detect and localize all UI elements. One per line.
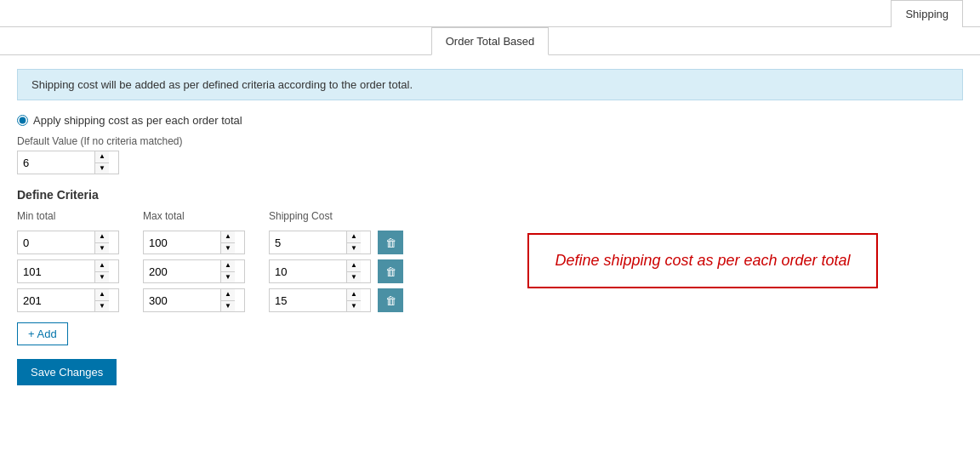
default-value-label: Default Value (If no criteria matched) [17,135,408,147]
min-input-2[interactable] [18,289,94,311]
shipping-down-2[interactable]: ▼ [347,301,361,312]
max-down-0[interactable]: ▼ [221,243,235,254]
min-up-2[interactable]: ▲ [95,289,109,301]
define-criteria-title: Define Criteria [17,188,408,202]
apply-shipping-radio[interactable] [17,115,28,126]
min-input-wrapper-1: ▲ ▼ [17,259,119,283]
col-header-max: Max total [143,210,262,225]
add-button[interactable]: + Add [17,322,68,345]
save-changes-label: Save Changes [31,366,103,379]
delete-row-2[interactable]: 🗑 [378,288,403,312]
max-input-2[interactable] [144,289,220,311]
save-changes-button[interactable]: Save Changes [17,359,117,385]
tab-order-total-label: Order Total Based [446,35,535,48]
max-down-2[interactable]: ▼ [221,301,235,312]
min-down-1[interactable]: ▼ [95,272,109,283]
default-value-spinners: ▲ ▼ [94,151,109,174]
shipping-down-0[interactable]: ▼ [347,243,361,254]
info-banner: Shipping cost will be added as per defin… [17,69,963,100]
max-up-0[interactable]: ▲ [221,231,235,243]
apply-shipping-label: Apply shipping cost as per each order to… [33,114,242,127]
min-down-0[interactable]: ▼ [95,243,109,254]
shipping-input-wrapper-1: ▲ ▼ [269,259,371,283]
highlight-box-text: Define shipping cost as per each order t… [555,252,850,269]
shipping-up-1[interactable]: ▲ [347,260,361,272]
max-input-wrapper-2: ▲ ▼ [143,288,245,312]
default-value-input-wrapper: 6 ▲ ▼ [17,151,119,174]
min-input-1[interactable] [18,260,94,282]
tab-shipping-label: Shipping [905,8,949,20]
delete-row-1[interactable]: 🗑 [378,259,403,283]
min-down-2[interactable]: ▼ [95,301,109,312]
shipping-input-wrapper-0: ▲ ▼ [269,231,371,254]
criteria-row-2: ▲ ▼ ▲ ▼ ▲ [17,288,408,312]
col-shipping-label: Shipping Cost [269,210,371,222]
max-down-1[interactable]: ▼ [221,272,235,283]
radio-row: Apply shipping cost as per each order to… [17,114,963,127]
top-tab-bar: Shipping [0,0,980,27]
shipping-input-1[interactable] [270,260,346,282]
col-header-shipping: Shipping Cost [269,210,371,225]
main-layout: Default Value (If no criteria matched) 6… [17,135,963,385]
criteria-row-1: ▲ ▼ ▲ ▼ ▲ [17,259,408,283]
shipping-down-1[interactable]: ▼ [347,272,361,283]
max-input-0[interactable] [144,231,220,253]
min-up-1[interactable]: ▲ [95,260,109,272]
min-input-0[interactable] [18,231,94,253]
tab-shipping[interactable]: Shipping [891,0,963,27]
max-up-2[interactable]: ▲ [221,289,235,301]
second-tab-bar: Order Total Based [0,27,980,55]
shipping-input-2[interactable] [270,289,346,311]
right-panel: Define shipping cost as per each order t… [442,135,963,385]
col-header-min: Min total [17,210,136,225]
shipping-input-0[interactable] [270,231,346,253]
max-input-1[interactable] [144,260,220,282]
max-input-wrapper-0: ▲ ▼ [143,231,245,254]
shipping-up-2[interactable]: ▲ [347,289,361,301]
highlight-box: Define shipping cost as per each order t… [527,233,877,288]
criteria-rows-container: ▲ ▼ ▲ ▼ ▲ [17,231,408,312]
max-input-wrapper-1: ▲ ▼ [143,259,245,283]
min-up-0[interactable]: ▲ [95,231,109,243]
left-panel: Default Value (If no criteria matched) 6… [17,135,408,385]
delete-row-0[interactable]: 🗑 [378,231,403,254]
default-value-up[interactable]: ▲ [95,151,109,163]
default-value-section: Default Value (If no criteria matched) 6… [17,135,408,174]
content-area: Apply shipping cost as per each order to… [0,114,980,385]
default-value-down[interactable]: ▼ [95,163,109,174]
min-input-wrapper-2: ▲ ▼ [17,288,119,312]
info-banner-text: Shipping cost will be added as per defin… [31,78,413,91]
shipping-input-wrapper-2: ▲ ▼ [269,288,371,312]
max-up-1[interactable]: ▲ [221,260,235,272]
criteria-column-headers: Min total Max total Shipping Cost [17,210,408,225]
add-button-label: + Add [28,328,57,340]
min-input-wrapper-0: ▲ ▼ [17,231,119,254]
col-min-label: Min total [17,210,136,222]
shipping-up-0[interactable]: ▲ [347,231,361,243]
tab-order-total-based[interactable]: Order Total Based [431,27,550,55]
criteria-row-0: ▲ ▼ ▲ ▼ ▲ [17,231,408,254]
default-value-input[interactable]: 6 [18,151,94,174]
col-max-label: Max total [143,210,262,222]
